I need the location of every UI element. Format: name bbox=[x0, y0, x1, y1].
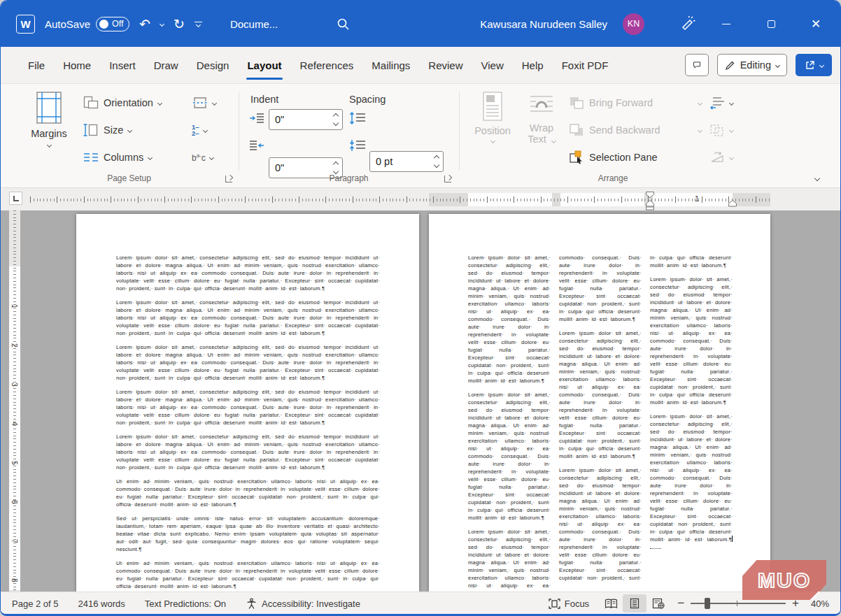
document-title[interactable]: Docume... bbox=[230, 18, 278, 30]
tab-design[interactable]: Design bbox=[188, 47, 239, 83]
zoom-level[interactable]: 40% bbox=[805, 599, 829, 609]
autosave-control[interactable]: AutoSave Off bbox=[45, 17, 129, 31]
zoom-slider-handle[interactable] bbox=[705, 598, 710, 609]
hanging-indent-marker[interactable] bbox=[646, 200, 654, 210]
tab-insert[interactable]: Insert bbox=[100, 47, 145, 83]
maximize-button[interactable] bbox=[756, 10, 786, 38]
accessibility-status[interactable]: Accessibility: Investigate bbox=[236, 598, 370, 610]
first-line-indent-marker[interactable] bbox=[646, 192, 654, 198]
avatar[interactable]: KN bbox=[623, 13, 644, 35]
vertical-ruler[interactable]: 1 2 3 4 5 6 7 8 bbox=[9, 210, 20, 592]
right-indent-marker[interactable] bbox=[728, 200, 737, 207]
section-break-label: Section Break (Next Page) bbox=[236, 589, 303, 590]
v-ruler-number: 2 bbox=[10, 343, 19, 352]
paragraph[interactable]: Lorem· ipsum· dolor· sit· amet,· consect… bbox=[559, 329, 642, 460]
word-count[interactable]: 2416 words bbox=[69, 599, 135, 609]
customize-quick-access-icon[interactable] bbox=[195, 22, 202, 27]
orientation-button[interactable]: Orientation bbox=[83, 92, 162, 113]
spacing-before-spinner[interactable] bbox=[430, 152, 443, 171]
paragraph[interactable]: Sed· ut· perspiciatis· unde· omnis· iste… bbox=[116, 515, 380, 553]
accessibility-label: Accessibility: Investigate bbox=[262, 599, 360, 609]
page-1-paragraphs[interactable]: Lorem· ipsum· dolor· sit· amet,· consect… bbox=[116, 254, 380, 590]
paragraph[interactable]: Lorem· ipsum· dolor· sit· amet,· consect… bbox=[650, 413, 733, 551]
zoom-slider[interactable] bbox=[691, 603, 786, 604]
comments-button[interactable] bbox=[685, 54, 709, 76]
send-backward-button[interactable]: Send Backward bbox=[569, 120, 702, 141]
editing-mode-button[interactable]: Editing bbox=[717, 54, 787, 76]
autosave-toggle[interactable]: Off bbox=[96, 17, 129, 31]
paragraph[interactable]: Lorem· ipsum· dolor· sit· amet,· consect… bbox=[468, 391, 551, 522]
tab-draw[interactable]: Draw bbox=[145, 47, 188, 83]
paragraph[interactable]: Lorem· ipsum· dolor· sit· amet,· consect… bbox=[116, 299, 380, 337]
paragraph[interactable]: Lorem· ipsum· dolor· sit· amet,· consect… bbox=[650, 275, 733, 406]
margins-button[interactable]: Margins bbox=[27, 91, 71, 166]
size-button[interactable]: Size bbox=[83, 120, 132, 141]
user-name[interactable]: Kawusara Nurudeen Salley bbox=[480, 18, 607, 30]
group-page-setup: Margins Orientation Size bbox=[22, 84, 236, 187]
tab-references[interactable]: References bbox=[291, 47, 363, 83]
search-icon[interactable] bbox=[337, 17, 350, 31]
word-app-icon[interactable]: W bbox=[16, 15, 35, 34]
tab-mailings[interactable]: Mailings bbox=[362, 47, 419, 83]
v-ruler-number: 8 bbox=[10, 578, 19, 587]
pencil-icon bbox=[725, 60, 735, 71]
paragraph[interactable]: Lorem· ipsum· dolor· sit· amet,· consect… bbox=[116, 388, 380, 427]
ruler-track[interactable]: 1 bbox=[429, 193, 770, 206]
tab-file[interactable]: File bbox=[19, 47, 54, 83]
group-objects-button[interactable] bbox=[709, 120, 733, 140]
wrap-text-button[interactable]: Wrap Text bbox=[520, 91, 563, 166]
print-layout-button[interactable] bbox=[623, 594, 646, 613]
spacing-before-input[interactable] bbox=[370, 156, 426, 167]
close-button[interactable]: ✕ bbox=[801, 10, 831, 38]
size-icon bbox=[83, 123, 99, 137]
read-mode-button[interactable] bbox=[599, 594, 623, 613]
text-predictions[interactable]: Text Predictions: On bbox=[135, 599, 236, 609]
tab-home[interactable]: Home bbox=[54, 47, 100, 83]
focus-button[interactable]: Focus bbox=[539, 599, 599, 609]
share-button[interactable] bbox=[796, 54, 832, 76]
tab-view[interactable]: View bbox=[472, 47, 513, 83]
zoom-out-icon[interactable]: − bbox=[677, 596, 684, 610]
redo-icon[interactable]: ↻ bbox=[174, 17, 185, 31]
columns-button[interactable]: Columns bbox=[83, 147, 152, 168]
indent-left-field[interactable] bbox=[269, 109, 343, 130]
paragraph[interactable]: Lorem· ipsum· dolor· sit· amet,· consect… bbox=[116, 254, 380, 292]
tab-help[interactable]: Help bbox=[513, 47, 553, 83]
tab-layout[interactable]: Layout bbox=[238, 47, 290, 83]
page-indicator[interactable]: Page 2 of 5 bbox=[1, 599, 69, 609]
paragraph[interactable]: Lorem· ipsum· dolor· sit· amet,· consect… bbox=[468, 254, 551, 385]
page-1[interactable]: Lorem· ipsum· dolor· sit· amet,· consect… bbox=[76, 214, 419, 592]
align-button[interactable] bbox=[709, 93, 733, 113]
bring-forward-button[interactable]: Bring Forward bbox=[569, 92, 702, 113]
page-2[interactable]: Lorem· ipsum· dolor· sit· amet,· consect… bbox=[429, 214, 770, 592]
undo-chevron-icon[interactable] bbox=[160, 21, 164, 26]
line-numbers-button[interactable]: 1–2– bbox=[192, 120, 207, 140]
paragraph[interactable]: Lorem· ipsum· dolor· sit· amet,· consect… bbox=[116, 433, 380, 471]
paragraph[interactable]: Ut· enim· ad· minim· veniam,· quis· nost… bbox=[116, 478, 380, 508]
tab-stop-selector[interactable] bbox=[9, 192, 22, 205]
breaks-button[interactable] bbox=[192, 93, 216, 113]
zoom-in-icon[interactable]: + bbox=[792, 596, 799, 610]
spacing-before-field[interactable] bbox=[369, 151, 444, 172]
web-layout-button[interactable] bbox=[646, 594, 670, 613]
selection-pane-button[interactable]: Selection Pane bbox=[569, 147, 702, 168]
page-setup-dialog-launcher[interactable] bbox=[225, 176, 232, 182]
paragraph[interactable]: Lorem· ipsum· dolor· sit· amet,· consect… bbox=[116, 343, 380, 382]
minimize-button[interactable] bbox=[712, 10, 741, 38]
tab-review[interactable]: Review bbox=[419, 47, 472, 83]
v-ruler-number: 4 bbox=[10, 422, 19, 430]
tab-foxit-pdf[interactable]: Foxit PDF bbox=[553, 47, 618, 83]
paragraph-dialog-launcher[interactable] bbox=[444, 176, 451, 182]
presenter-pen-icon[interactable] bbox=[679, 15, 696, 32]
indent-left-input[interactable] bbox=[269, 114, 325, 125]
hyphenation-button[interactable]: ba-c bbox=[192, 148, 213, 167]
collapse-ribbon-chevron[interactable] bbox=[814, 176, 820, 181]
position-button[interactable]: Position bbox=[471, 91, 514, 166]
rotate-button[interactable] bbox=[709, 148, 733, 167]
indent-right-input[interactable] bbox=[269, 162, 325, 173]
page-2-columns[interactable]: Lorem· ipsum· dolor· sit· amet,· consect… bbox=[468, 254, 733, 590]
indent-left-spinner[interactable] bbox=[330, 110, 342, 129]
undo-icon[interactable]: ↶ bbox=[139, 17, 150, 31]
ribbon-tab-row: File Home Insert Draw Design Layout Refe… bbox=[1, 47, 840, 83]
paragraph[interactable]: Ut· enim· ad· minim· veniam,· quis· nost… bbox=[116, 559, 380, 590]
